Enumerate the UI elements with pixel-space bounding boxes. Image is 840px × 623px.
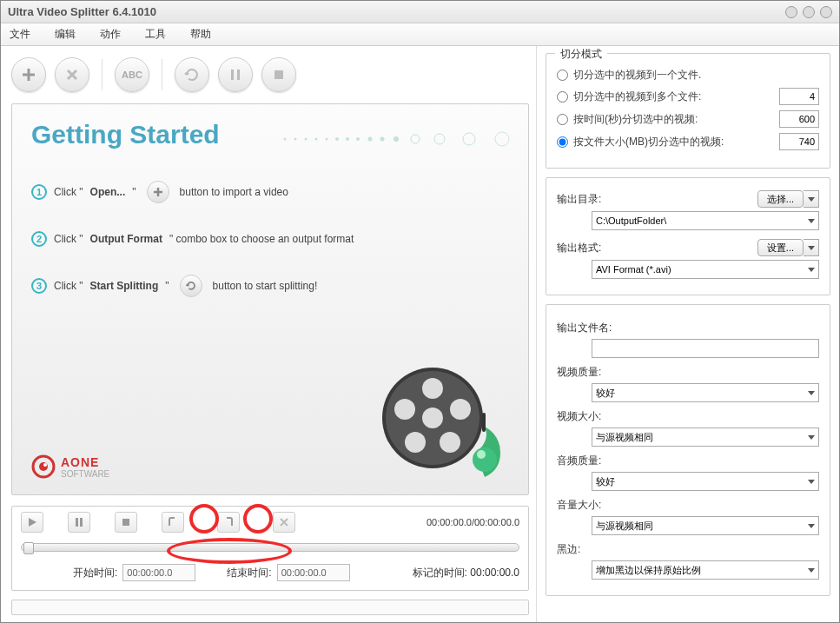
svg-point-24 (422, 378, 443, 399)
plus-icon (147, 181, 169, 203)
svg-point-14 (411, 135, 420, 143)
split-mb-input[interactable] (779, 133, 819, 150)
format-settings-button[interactable]: 设置... (757, 239, 804, 256)
minimize-button[interactable] (785, 6, 797, 18)
video-quality-combo[interactable]: 较好 (592, 383, 819, 402)
svg-rect-34 (122, 519, 129, 526)
clear-marks-button[interactable] (273, 512, 295, 533)
split-mode-title: 切分模式 (555, 47, 607, 62)
output-dir-label: 输出目录: (557, 192, 609, 207)
svg-point-10 (356, 137, 360, 141)
svg-point-12 (380, 137, 385, 142)
seek-thumb[interactable] (23, 542, 34, 554)
video-preview-area: Getting Started 1 Click "Open..." button… (11, 103, 529, 495)
window-title: Ultra Video Splitter 6.4.1010 (8, 5, 785, 18)
abc-button[interactable]: ABC (115, 57, 149, 92)
progress-bar (11, 600, 529, 615)
stop-playback-button[interactable] (115, 512, 137, 533)
aone-logo: AONESOFTWARE (31, 454, 109, 479)
stop-button[interactable] (261, 57, 296, 92)
audio-quality-label: 音频质量: (557, 454, 819, 468)
split-seconds-input[interactable] (779, 110, 819, 128)
end-time-label: 结束时间: (227, 566, 271, 580)
mark-out-button[interactable] (217, 512, 240, 533)
menu-file[interactable]: 文件 (10, 27, 30, 42)
menu-bar: 文件 编辑 动作 工具 帮助 (1, 23, 839, 46)
split-option-3[interactable]: 按时间(秒)分切选中的视频: (557, 112, 779, 127)
play-button[interactable] (21, 512, 43, 533)
menu-help[interactable]: 帮助 (190, 27, 211, 42)
svg-point-9 (346, 137, 349, 141)
audio-quality-combo[interactable]: 较好 (592, 472, 819, 491)
mark-time-label: 标记的时间: 00:00:00.0 (413, 566, 519, 580)
decorative-dots (276, 130, 519, 148)
add-button[interactable] (11, 57, 46, 92)
border-combo[interactable]: 增加黑边以保持原始比例 (592, 560, 819, 580)
pause-playback-button[interactable] (68, 512, 90, 533)
film-reel-art (372, 348, 519, 487)
svg-point-25 (450, 399, 471, 420)
title-bar: Ultra Video Splitter 6.4.1010 (1, 1, 839, 23)
refresh-icon (180, 275, 202, 297)
menu-edit[interactable]: 编辑 (55, 27, 76, 42)
split-option-4[interactable]: 按文件大小(MB)切分选中的视频: (557, 135, 779, 149)
svg-point-7 (326, 138, 328, 141)
playback-panel: 00:00:00.0/00:00:00.0 开始时间: 结束时间: 标记的时间:… (11, 506, 529, 591)
refresh-button[interactable] (175, 57, 209, 92)
format-settings-dropdown[interactable] (804, 239, 819, 256)
audio-volume-label: 音量大小: (557, 498, 819, 513)
svg-point-20 (43, 463, 47, 467)
split-mode-group: 切分模式 切分选中的视频到一个文件. 切分选中的视频到多个文件: 按时间(秒)分… (546, 53, 830, 169)
svg-point-17 (495, 132, 509, 146)
svg-rect-31 (482, 413, 486, 432)
close-button[interactable] (820, 6, 832, 18)
svg-rect-33 (80, 518, 83, 527)
choose-dir-dropdown[interactable] (804, 190, 819, 208)
filename-label: 输出文件名: (557, 321, 819, 335)
svg-point-4 (294, 138, 297, 141)
output-format-combo[interactable]: AVI Format (*.avi) (592, 260, 819, 279)
svg-point-11 (368, 137, 373, 142)
video-size-label: 视频大小: (557, 409, 819, 424)
logo-icon (31, 454, 56, 479)
svg-rect-2 (274, 70, 283, 79)
split-option-1[interactable]: 切分选中的视频到一个文件. (557, 68, 819, 83)
svg-point-13 (394, 136, 399, 142)
svg-point-26 (440, 432, 460, 453)
step-2: 2 Click "Output Format" combo box to cho… (31, 231, 509, 247)
svg-point-19 (39, 462, 48, 471)
split-option-2[interactable]: 切分选中的视频到多个文件: (557, 89, 779, 104)
settings-group: 输出文件名: 视频质量: 较好 视频大小: 与源视频相同 音频质量: 较好 音量… (546, 304, 830, 596)
svg-point-15 (434, 134, 445, 144)
menu-action[interactable]: 动作 (100, 27, 121, 42)
video-size-combo[interactable]: 与源视频相同 (592, 427, 819, 447)
border-label: 黑边: (557, 542, 819, 557)
main-toolbar: ABC (11, 53, 529, 96)
step-number-1: 1 (31, 184, 47, 200)
start-time-input[interactable] (122, 564, 195, 581)
svg-point-28 (394, 399, 415, 420)
seek-slider[interactable] (21, 543, 519, 552)
mark-in-button[interactable] (162, 512, 184, 533)
menu-tools[interactable]: 工具 (145, 27, 166, 42)
step-1: 1 Click "Open..." button to import a vid… (31, 181, 509, 203)
filename-input[interactable] (592, 339, 819, 358)
remove-button[interactable] (55, 57, 89, 92)
svg-rect-1 (237, 70, 240, 80)
output-dir-combo[interactable]: C:\OutputFolder\ (592, 211, 819, 230)
svg-point-3 (284, 138, 287, 141)
svg-point-6 (315, 138, 318, 141)
svg-rect-0 (231, 70, 234, 80)
audio-volume-combo[interactable]: 与源视频相同 (592, 516, 819, 535)
end-time-input[interactable] (277, 564, 350, 581)
choose-dir-button[interactable]: 选择... (757, 190, 804, 208)
svg-point-29 (473, 447, 497, 472)
step-3: 3 Click "Start Splitting" button to star… (31, 275, 509, 297)
svg-rect-32 (76, 518, 78, 527)
maximize-button[interactable] (803, 6, 815, 18)
pause-button[interactable] (218, 57, 253, 92)
step-number-2: 2 (31, 231, 47, 247)
svg-point-16 (463, 133, 475, 145)
split-count-input[interactable] (779, 88, 819, 105)
svg-point-5 (305, 138, 308, 141)
